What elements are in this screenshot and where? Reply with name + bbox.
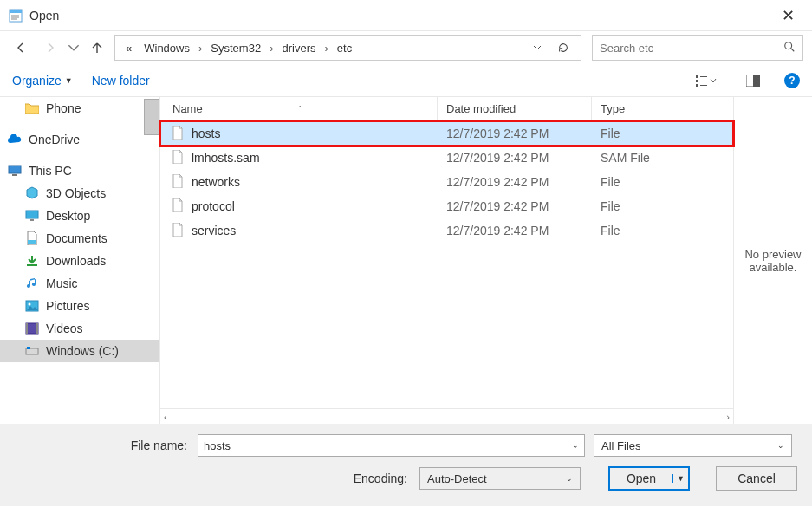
address-bar[interactable]: « Windows › System32 › drivers › etc — [114, 35, 581, 61]
file-type: File — [592, 199, 709, 213]
file-row[interactable]: networks12/7/2019 2:42 PMFile — [160, 170, 733, 194]
chevron-down-icon[interactable]: ⌄ — [566, 474, 573, 483]
tree-label: Desktop — [46, 209, 90, 223]
close-button[interactable]: ✕ — [773, 3, 803, 29]
svg-rect-16 — [12, 174, 17, 176]
filename-label: File name: — [12, 439, 189, 452]
file-icon — [171, 198, 185, 215]
svg-rect-23 — [26, 323, 38, 334]
tree-label: OneDrive — [29, 133, 80, 146]
file-list[interactable]: hosts12/7/2019 2:42 PMFilelmhosts.sam12/… — [160, 121, 733, 408]
file-date: 12/7/2019 2:42 PM — [438, 224, 592, 237]
videos-icon — [24, 322, 40, 335]
scrollbar-thumb[interactable] — [144, 99, 159, 135]
cancel-button[interactable]: Cancel — [716, 466, 797, 491]
breadcrumb-item[interactable]: System32 — [207, 40, 264, 56]
column-date[interactable]: Date modified — [438, 97, 592, 120]
svg-rect-1 — [10, 10, 22, 13]
svg-rect-9 — [696, 80, 698, 82]
encoding-select[interactable]: Auto-Detect ⌄ — [419, 467, 581, 490]
file-row[interactable]: services12/7/2019 2:42 PMFile — [160, 218, 733, 243]
pictures-icon — [24, 299, 40, 313]
onedrive-icon — [7, 133, 23, 146]
window-title: Open — [29, 9, 773, 23]
tree-label: This PC — [29, 164, 72, 178]
tree-item-onedrive[interactable]: OneDrive — [0, 128, 159, 151]
preview-pane: No preview available. — [734, 97, 812, 424]
file-type: File — [592, 224, 709, 237]
tree-item-documents[interactable]: Documents — [0, 227, 159, 250]
tree-item-phone[interactable]: Phone — [0, 97, 159, 120]
tree-item-thispc[interactable]: This PC — [0, 159, 159, 182]
tree-item-music[interactable]: Music — [0, 272, 159, 295]
search-icon — [783, 41, 796, 55]
tree-item-windows-c[interactable]: Windows (C:) — [0, 340, 159, 362]
svg-rect-24 — [26, 323, 28, 334]
search-input[interactable] — [600, 42, 783, 55]
svg-rect-8 — [700, 76, 707, 77]
breadcrumb-item[interactable]: etc — [334, 40, 355, 56]
organize-button[interactable]: Organize ▼ — [12, 74, 73, 88]
filename-input[interactable]: hosts ⌄ — [198, 434, 585, 457]
refresh-button[interactable] — [553, 36, 574, 59]
file-row[interactable]: lmhosts.sam12/7/2019 2:42 PMSAM File — [160, 146, 733, 170]
tree-item-3dobjects[interactable]: 3D Objects — [0, 182, 159, 205]
svg-rect-7 — [696, 75, 698, 78]
file-date: 12/7/2019 2:42 PM — [438, 175, 592, 189]
back-button[interactable] — [9, 36, 33, 60]
tree-item-downloads[interactable]: Downloads — [0, 250, 159, 272]
help-button[interactable]: ? — [784, 73, 800, 88]
svg-rect-18 — [30, 219, 34, 221]
chevron-down-icon[interactable]: ⌄ — [777, 441, 784, 450]
file-name: lmhosts.sam — [192, 151, 260, 165]
tree-label: Phone — [46, 101, 81, 115]
preview-pane-button[interactable] — [741, 71, 765, 90]
search-box[interactable] — [592, 35, 803, 61]
horizontal-scrollbar[interactable]: ‹› — [160, 408, 733, 424]
open-button[interactable]: Open ▼ — [608, 466, 690, 491]
column-type[interactable]: Type — [592, 97, 705, 120]
up-button[interactable] — [85, 36, 109, 60]
svg-rect-11 — [696, 84, 698, 87]
open-split-dropdown[interactable]: ▼ — [672, 474, 688, 483]
file-name: protocol — [192, 199, 235, 213]
breadcrumb-item[interactable]: Windows — [140, 40, 193, 56]
breadcrumb-overflow[interactable]: « — [122, 40, 135, 56]
svg-rect-14 — [753, 75, 760, 87]
history-dropdown[interactable] — [68, 36, 80, 60]
tree-item-desktop[interactable]: Desktop — [0, 205, 159, 227]
file-icon — [171, 126, 185, 142]
file-date: 12/7/2019 2:42 PM — [438, 199, 592, 213]
breadcrumb-item[interactable]: drivers — [278, 40, 319, 56]
chevron-right-icon: › — [198, 42, 202, 55]
column-headers: Name˄ Date modified Type — [160, 97, 733, 121]
chevron-right-icon: › — [270, 42, 273, 55]
filetype-filter[interactable]: All Files ⌄ — [594, 434, 792, 457]
tree-label: Documents — [46, 231, 107, 245]
view-options-button[interactable] — [691, 71, 722, 90]
svg-rect-25 — [36, 323, 38, 334]
tree-item-videos[interactable]: Videos — [0, 317, 159, 340]
file-name: networks — [192, 175, 240, 189]
column-name[interactable]: Name˄ — [160, 97, 438, 120]
file-row[interactable]: hosts12/7/2019 2:42 PMFile — [160, 121, 733, 146]
tree-item-pictures[interactable]: Pictures — [0, 295, 159, 317]
file-type: SAM File — [592, 151, 709, 165]
file-row[interactable]: protocol12/7/2019 2:42 PMFile — [160, 194, 733, 218]
music-icon — [24, 276, 40, 290]
file-type: File — [592, 175, 709, 189]
svg-line-6 — [791, 48, 795, 51]
forward-button[interactable] — [38, 36, 62, 60]
documents-icon — [24, 231, 40, 245]
tree-label: Music — [46, 276, 78, 290]
bottom-panel: File name: hosts ⌄ All Files ⌄ Encoding:… — [0, 424, 812, 506]
svg-rect-17 — [26, 211, 38, 218]
chevron-down-icon[interactable]: ⌄ — [572, 441, 579, 450]
new-folder-button[interactable]: New folder — [92, 74, 150, 88]
address-dropdown[interactable] — [527, 36, 548, 59]
titlebar: Open ✕ — [0, 0, 812, 31]
svg-rect-26 — [26, 348, 38, 354]
tree-label: Videos — [46, 322, 83, 335]
file-date: 12/7/2019 2:42 PM — [438, 151, 592, 165]
folder-tree[interactable]: Phone OneDrive This PC 3D Objects Deskto… — [0, 97, 160, 424]
